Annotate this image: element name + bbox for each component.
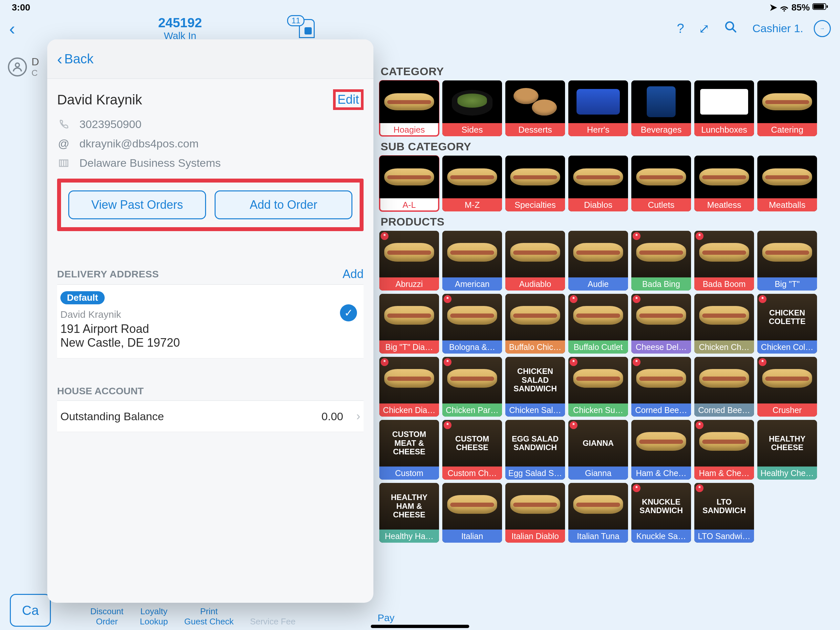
subcategory-title: SUB CATEGORY — [381, 140, 834, 153]
star-badge: * — [381, 358, 388, 366]
search-icon[interactable] — [724, 21, 737, 36]
product-tile-chicken-ch-[interactable]: Chicken Ch… — [694, 294, 754, 354]
star-badge: * — [570, 295, 578, 303]
category-tile-sides[interactable]: Sides — [442, 81, 502, 136]
avatar-icon — [8, 57, 27, 76]
status-bar: 3:00 ➤ 85% — [0, 0, 840, 13]
resize-icon[interactable]: ⤢ — [699, 21, 710, 36]
product-tile-gianna[interactable]: *GIANNAGianna — [568, 420, 628, 480]
product-image: * — [379, 231, 439, 277]
product-tile-audiablo[interactable]: Audiablo — [505, 231, 565, 291]
customer-chip[interactable]: D C — [8, 56, 39, 78]
product-image: *LTO SANDWICH — [694, 483, 754, 530]
product-label: Chicken Col… — [757, 340, 817, 354]
loyalty-lookup-button[interactable]: Loyalty Lookup — [140, 606, 168, 627]
category-tile-herr-s[interactable]: Herr's — [568, 81, 628, 136]
logout-icon[interactable]: → — [814, 20, 831, 37]
view-past-label: View Past Orders — [91, 198, 183, 212]
product-label: Egg Salad S… — [505, 467, 565, 480]
outstanding-balance-row[interactable]: Outstanding Balance 0.00 › — [57, 401, 363, 432]
category-tile-label: Sides — [442, 123, 502, 136]
add-address-button[interactable]: Add — [343, 267, 363, 281]
subcategory-tile-m-z[interactable]: M-Z — [442, 156, 502, 211]
print-guest-check-button[interactable]: Print Guest Check — [185, 606, 234, 627]
product-tile-big-t-[interactable]: Big "T" — [757, 231, 817, 291]
product-tile-italian-diablo[interactable]: Italian Diablo — [505, 483, 565, 543]
subcategory-tile-diablos[interactable]: Diablos — [568, 156, 628, 211]
product-tile-crusher[interactable]: *Crusher — [757, 357, 817, 416]
order-doc-badge[interactable]: 11 — [299, 19, 315, 38]
product-tile-italian-tuna[interactable]: Italian Tuna — [568, 483, 628, 543]
subcategory-tile-a-l[interactable]: A-L — [379, 156, 439, 211]
category-title: CATEGORY — [381, 65, 834, 78]
star-badge: * — [696, 421, 704, 429]
popover-back-button[interactable]: ‹ Back — [57, 50, 93, 68]
category-tile-lunchboxes[interactable]: Lunchboxes — [694, 81, 754, 136]
category-tile-beverages[interactable]: Beverages — [631, 81, 691, 136]
product-tile-chicken-dia-[interactable]: *Chicken Dia… — [379, 357, 439, 416]
product-tile-custom[interactable]: CUSTOM MEAT & CHEESECustom — [379, 420, 439, 480]
add-to-order-button[interactable]: Add to Order — [215, 190, 352, 219]
product-tile-chicken-col-[interactable]: *CHICKEN COLETTEChicken Col… — [757, 294, 817, 354]
back-chevron[interactable]: ‹ — [9, 18, 15, 39]
product-tile-ham-che-[interactable]: Ham & Che… — [631, 420, 691, 480]
subcategory-tile-specialties[interactable]: Specialties — [505, 156, 565, 211]
product-tile-audie[interactable]: Audie — [568, 231, 628, 291]
subcategory-tile-cutlets[interactable]: Cutlets — [631, 156, 691, 211]
view-past-orders-button[interactable]: View Past Orders — [68, 190, 206, 219]
product-image — [379, 294, 439, 340]
subcategory-tile-image — [631, 156, 691, 198]
product-tile-ham-che-[interactable]: *Ham & Che… — [694, 420, 754, 480]
product-tile-bada-bing[interactable]: *Bada Bing — [631, 231, 691, 291]
subcategory-tile-meatballs[interactable]: Meatballs — [757, 156, 817, 211]
product-tile-chicken-su-[interactable]: *Chicken Su… — [568, 357, 628, 416]
product-tile-chicken-sal-[interactable]: CHICKEN SALAD SANDWICHChicken Sal… — [505, 357, 565, 416]
product-tile-bada-boom[interactable]: *Bada Boom — [694, 231, 754, 291]
product-tile-cheese-del-[interactable]: *Cheese Del… — [631, 294, 691, 354]
product-tile-healthy-ha-[interactable]: HEALTHY HAM & CHEESEHealthy Ha… — [379, 483, 439, 543]
product-image: CUSTOM MEAT & CHEESE — [379, 420, 439, 467]
service-fee-button[interactable]: Service Fee — [250, 617, 296, 627]
subcategory-tile-label: Cutlets — [631, 198, 691, 211]
product-tile-healthy-che-[interactable]: HEALTHY CHEESEHealthy Che… — [757, 420, 817, 480]
address-row[interactable]: Default David Kraynik 191 Airport Road N… — [57, 285, 363, 358]
company-icon — [57, 158, 70, 169]
product-tile-corned-bee-[interactable]: Corned Bee… — [694, 357, 754, 416]
product-image: HEALTHY CHEESE — [757, 420, 817, 467]
back-label: Back — [64, 52, 93, 66]
product-tile-italian[interactable]: Italian — [442, 483, 502, 543]
category-tile-label: Herr's — [568, 123, 628, 136]
product-tile-lto-sandwi-[interactable]: *LTO SANDWICHLTO Sandwi… — [694, 483, 754, 543]
print-label: Print Guest Check — [185, 606, 234, 627]
product-label: Cheese Del… — [631, 340, 691, 354]
subcategory-tile-image — [379, 156, 439, 198]
product-tile-chicken-par-[interactable]: *Chicken Par… — [442, 357, 502, 416]
category-tile-hoagies[interactable]: Hoagies — [379, 81, 439, 136]
product-tile-abruzzi[interactable]: *Abruzzi — [379, 231, 439, 291]
product-label: Healthy Che… — [757, 467, 817, 480]
cashier-label[interactable]: Cashier 1. — [752, 22, 803, 35]
subcategory-tile-label: Meatless — [694, 198, 754, 211]
subcategory-tile-meatless[interactable]: Meatless — [694, 156, 754, 211]
product-tile-buffalo-cutlet[interactable]: *Buffalo Cutlet — [568, 294, 628, 354]
product-tile-corned-bee-[interactable]: *Corned Bee… — [631, 357, 691, 416]
product-label: Custom — [379, 467, 439, 480]
edit-button[interactable]: Edit — [338, 93, 359, 106]
product-image — [694, 294, 754, 340]
product-tile-custom-ch-[interactable]: *CUSTOM CHEESECustom Ch… — [442, 420, 502, 480]
product-image: * — [757, 357, 817, 404]
product-image — [442, 483, 502, 530]
product-tile-american[interactable]: American — [442, 231, 502, 291]
cancel-button[interactable]: Ca — [10, 594, 51, 627]
category-tile-catering[interactable]: Catering — [757, 81, 817, 136]
product-image — [694, 357, 754, 404]
product-image: * — [442, 357, 502, 404]
product-tile-knuckle-sa-[interactable]: *KNUCKLE SANDWICHKnuckle Sa… — [631, 483, 691, 543]
product-tile-buffalo-chic-[interactable]: Buffalo Chic… — [505, 294, 565, 354]
category-tile-desserts[interactable]: Desserts — [505, 81, 565, 136]
help-icon[interactable]: ? — [677, 21, 684, 36]
product-tile-big-t-dia-[interactable]: Big "T" Dia… — [379, 294, 439, 354]
subcategory-tile-label: Diablos — [568, 198, 628, 211]
product-tile-bologna-[interactable]: *Bologna &… — [442, 294, 502, 354]
product-tile-egg-salad-s-[interactable]: EGG SALAD SANDWICHEgg Salad S… — [505, 420, 565, 480]
